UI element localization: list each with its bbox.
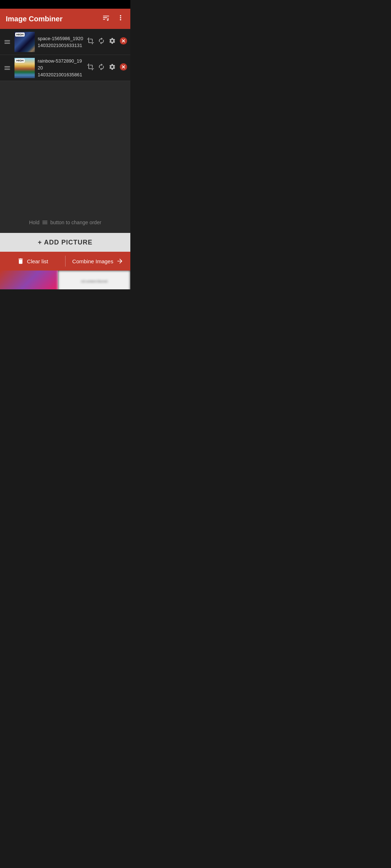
rotate-icon-1[interactable] xyxy=(98,37,105,46)
hint-hold-text: Hold xyxy=(29,220,39,225)
image-item-2: HIGH rainbow-5372890_1920140320210016358… xyxy=(0,55,130,81)
rotate-icon-2[interactable] xyxy=(98,63,105,72)
add-picture-label: + ADD PICTURE xyxy=(38,239,93,246)
action-bar: Clear list Combine Images xyxy=(0,252,130,271)
sort-icon[interactable] xyxy=(102,14,110,24)
item-info-1: space-1565986_192014032021001633131 xyxy=(35,35,87,49)
ad-image-left xyxy=(0,271,58,289)
thumbnail-2: HIGH xyxy=(14,58,35,78)
clear-list-button[interactable]: Clear list xyxy=(0,252,65,271)
remove-icon-1[interactable] xyxy=(119,37,127,47)
empty-area: Hold button to change order xyxy=(0,81,130,233)
ad-text-right: Ad content blurred xyxy=(58,271,130,289)
trash-icon xyxy=(17,258,24,265)
hint-reorder-icon xyxy=(42,219,48,226)
hint-rest-text: button to change order xyxy=(50,220,101,225)
crop-icon-1[interactable] xyxy=(87,37,94,46)
add-picture-button[interactable]: + ADD PICTURE xyxy=(0,233,130,252)
item-info-2: rainbow-5372890_192014032021001635861 xyxy=(35,58,87,78)
drag-handle-2[interactable] xyxy=(0,64,14,72)
crop-icon-2[interactable] xyxy=(87,63,94,72)
ad-banner: Ad content blurred xyxy=(0,271,130,289)
combine-images-label: Combine Images xyxy=(72,258,113,264)
clear-list-label: Clear list xyxy=(27,258,48,264)
hint-container: Hold button to change order xyxy=(29,219,101,226)
app-bar-actions xyxy=(102,14,125,24)
quality-badge-1: HIGH xyxy=(15,33,25,37)
settings-icon-2[interactable] xyxy=(109,63,116,72)
drag-handle-1[interactable] xyxy=(0,38,14,46)
arrow-right-icon xyxy=(116,258,123,265)
image-list: HIGH space-1565986_192014032021001633131 xyxy=(0,29,130,81)
settings-icon-1[interactable] xyxy=(109,37,116,46)
thumbnail-1: HIGH xyxy=(14,32,35,52)
image-item-1: HIGH space-1565986_192014032021001633131 xyxy=(0,29,130,55)
item-name-2: rainbow-5372890_192014032021001635861 xyxy=(38,58,82,77)
quality-badge-2: HIGH xyxy=(15,59,25,63)
app-bar: Image Combiner xyxy=(0,9,130,29)
status-bar xyxy=(0,0,130,9)
remove-icon-2[interactable] xyxy=(119,63,127,73)
item-actions-1 xyxy=(87,37,130,47)
combine-images-button[interactable]: Combine Images xyxy=(66,252,131,271)
item-actions-2 xyxy=(87,63,130,73)
app-title: Image Combiner xyxy=(6,15,63,23)
more-options-icon[interactable] xyxy=(117,14,125,24)
item-name-1: space-1565986_192014032021001633131 xyxy=(38,36,83,48)
